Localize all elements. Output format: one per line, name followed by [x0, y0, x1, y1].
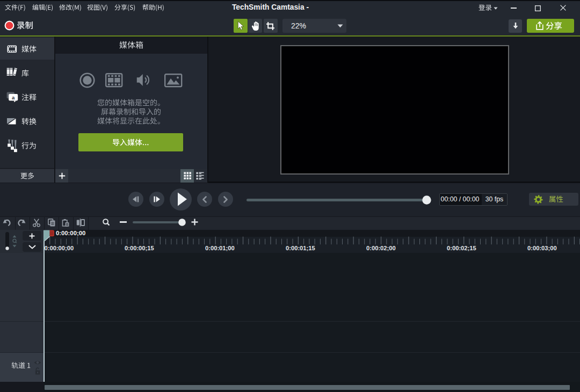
svg-text:a: a [12, 94, 15, 100]
